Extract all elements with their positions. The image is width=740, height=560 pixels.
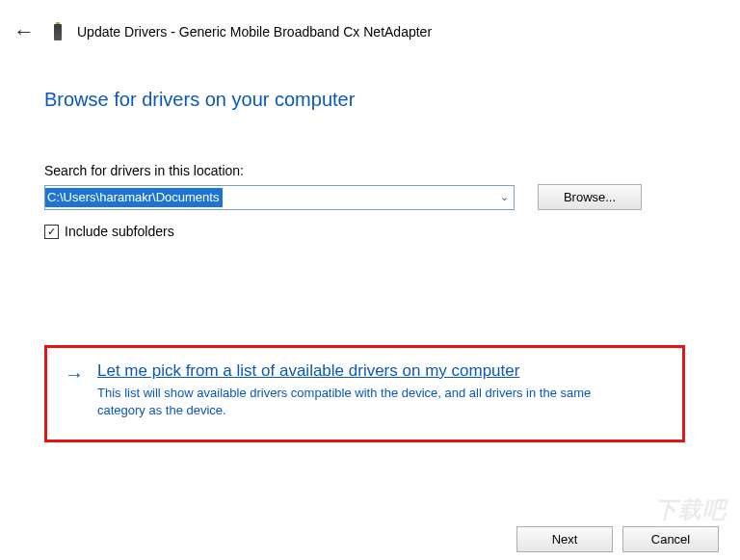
pick-from-list-text: Let me pick from a list of available dri… xyxy=(97,361,637,418)
pick-from-list-option[interactable]: → Let me pick from a list of available d… xyxy=(44,345,685,442)
dialog-title: Update Drivers - Generic Mobile Broadban… xyxy=(77,24,432,40)
browse-button[interactable]: Browse... xyxy=(538,184,642,210)
dialog-footer: Next Cancel xyxy=(516,526,719,552)
next-button[interactable]: Next xyxy=(516,526,613,552)
network-adapter-icon xyxy=(52,21,64,42)
driver-path-value[interactable]: C:\Users\haramakr\Documents xyxy=(45,186,494,209)
dialog-header: ← Update Drivers - Generic Mobile Broadb… xyxy=(0,0,740,42)
driver-path-text: C:\Users\haramakr\Documents xyxy=(45,188,223,207)
pick-from-list-title: Let me pick from a list of available dri… xyxy=(97,361,637,381)
search-location-label: Search for drivers in this location: xyxy=(44,163,696,178)
path-row: C:\Users\haramakr\Documents ⌄ Browse... xyxy=(44,184,696,210)
include-subfolders-label: Include subfolders xyxy=(65,224,174,239)
include-subfolders-checkbox[interactable]: ✓ xyxy=(44,225,59,239)
dialog-content: Browse for drivers on your computer Sear… xyxy=(0,42,740,239)
chevron-down-icon[interactable]: ⌄ xyxy=(494,191,514,203)
page-heading: Browse for drivers on your computer xyxy=(44,89,696,111)
include-subfolders-row[interactable]: ✓ Include subfolders xyxy=(44,224,696,239)
back-arrow-icon[interactable]: ← xyxy=(10,21,39,42)
cancel-button[interactable]: Cancel xyxy=(622,526,719,552)
arrow-right-icon: → xyxy=(65,361,84,418)
watermark-text: 下载吧 xyxy=(654,494,727,525)
pick-from-list-inner[interactable]: → Let me pick from a list of available d… xyxy=(65,361,659,418)
driver-path-combobox[interactable]: C:\Users\haramakr\Documents ⌄ xyxy=(44,185,515,210)
pick-from-list-description: This list will show available drivers co… xyxy=(97,385,637,418)
